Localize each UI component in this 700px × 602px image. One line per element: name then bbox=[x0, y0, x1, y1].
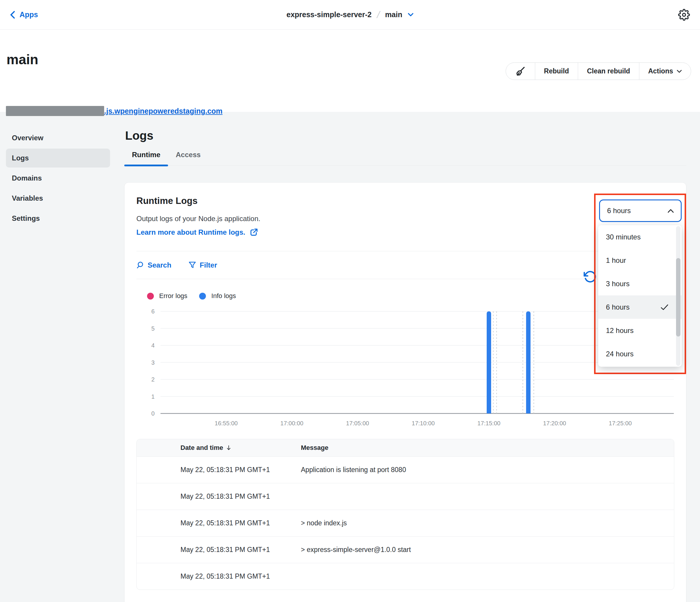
time-range-option[interactable]: 6 hours bbox=[598, 295, 682, 319]
svg-text:17:25:00: 17:25:00 bbox=[609, 420, 632, 427]
log-table: Date and time Message May 22, 05:18:31 P… bbox=[137, 439, 674, 589]
svg-text:6: 6 bbox=[151, 308, 154, 315]
actions-label: Actions bbox=[648, 67, 673, 75]
log-datetime: May 22, 05:18:31 PM GMT+1 bbox=[137, 510, 301, 536]
sidebar-item-logs[interactable]: Logs bbox=[6, 149, 110, 168]
time-range-select[interactable]: 6 hours bbox=[599, 199, 682, 222]
svg-text:4: 4 bbox=[151, 342, 154, 348]
datetime-header-label: Date and time bbox=[180, 444, 223, 451]
menu-scrollbar-thumb[interactable] bbox=[676, 258, 680, 337]
check-icon bbox=[660, 304, 669, 311]
table-row[interactable]: May 22, 05:18:31 PM GMT+1> node index.js bbox=[137, 510, 674, 536]
tab-runtime[interactable]: Runtime bbox=[124, 151, 168, 165]
sidebar-nav: OverviewLogsDomainsVariablesSettings bbox=[0, 112, 124, 229]
page-body: OverviewLogsDomainsVariablesSettings Log… bbox=[0, 112, 700, 602]
log-message: > node index.js bbox=[301, 510, 674, 536]
svg-text:0: 0 bbox=[151, 410, 154, 417]
option-label: 12 hours bbox=[606, 327, 633, 335]
table-row[interactable]: May 22, 05:18:31 PM GMT+1 bbox=[137, 563, 674, 589]
time-range-option[interactable]: 30 minutes bbox=[598, 225, 682, 249]
legend-dot-icon bbox=[199, 293, 206, 299]
svg-text:17:10:00: 17:10:00 bbox=[412, 420, 435, 427]
clean-rebuild-label: Clean rebuild bbox=[587, 67, 630, 75]
time-range-option[interactable]: 3 hours bbox=[598, 272, 682, 295]
table-row[interactable]: May 22, 05:18:31 PM GMT+1 bbox=[137, 483, 674, 510]
runtime-logs-title: Runtime Logs bbox=[136, 196, 674, 206]
learn-more-row: Learn more about Runtime logs. bbox=[136, 227, 674, 237]
filter-icon bbox=[189, 261, 196, 269]
external-link-icon[interactable] bbox=[249, 227, 258, 237]
rebuild-button[interactable]: Rebuild bbox=[535, 63, 578, 80]
environment-url-link[interactable]: .js.wpenginepoweredstaging.com bbox=[104, 107, 223, 115]
page-title: main bbox=[6, 51, 38, 68]
table-row[interactable]: May 22, 05:18:31 PM GMT+1Application is … bbox=[137, 456, 674, 483]
legend-dot-icon bbox=[147, 293, 154, 299]
sidebar-item-settings[interactable]: Settings bbox=[6, 209, 110, 228]
svg-text:3: 3 bbox=[151, 359, 154, 366]
time-range-option[interactable]: 24 hours bbox=[598, 342, 682, 365]
clean-rebuild-button[interactable]: Clean rebuild bbox=[578, 63, 639, 80]
legend-label: Info logs bbox=[211, 292, 236, 300]
legend-item: Error logs bbox=[147, 292, 187, 300]
sidebar-item-overview[interactable]: Overview bbox=[6, 128, 110, 147]
svg-text:2: 2 bbox=[151, 376, 154, 383]
sidebar-item-variables[interactable]: Variables bbox=[6, 189, 110, 208]
log-message: Application is listening at port 8080 bbox=[301, 456, 674, 483]
option-label: 3 hours bbox=[606, 280, 630, 288]
environment-header: main .js.wpenginepoweredstaging.com Rebu… bbox=[0, 30, 700, 112]
svg-text:17:20:00: 17:20:00 bbox=[543, 420, 566, 427]
column-header-datetime[interactable]: Date and time bbox=[137, 439, 301, 456]
log-message: > express-simple-server@1.0.0 start bbox=[301, 536, 674, 563]
back-label: Apps bbox=[20, 10, 38, 19]
actions-button[interactable]: Actions bbox=[639, 63, 691, 80]
column-header-message[interactable]: Message bbox=[301, 439, 674, 456]
log-datetime: May 22, 05:18:31 PM GMT+1 bbox=[137, 483, 301, 510]
logs-page-title: Logs bbox=[125, 129, 686, 142]
svg-text:17:05:00: 17:05:00 bbox=[346, 420, 369, 427]
actions-caret-icon bbox=[677, 70, 682, 73]
menu-scrollbar[interactable] bbox=[676, 226, 680, 366]
back-to-apps-link[interactable]: Apps bbox=[10, 10, 38, 19]
sidebar-item-domains[interactable]: Domains bbox=[6, 169, 110, 188]
chevron-up-icon bbox=[667, 209, 674, 213]
top-nav: Apps express-simple-server-2 / main bbox=[0, 0, 700, 30]
filter-label: Filter bbox=[200, 261, 217, 269]
legend-item: Info logs bbox=[199, 292, 236, 300]
breadcrumb-environment[interactable]: main bbox=[385, 10, 402, 19]
broom-icon bbox=[515, 66, 526, 77]
broom-button[interactable] bbox=[506, 63, 535, 80]
environment-url-row: .js.wpenginepoweredstaging.com bbox=[6, 106, 223, 116]
log-message bbox=[301, 563, 674, 589]
refresh-button[interactable] bbox=[583, 270, 597, 284]
learn-more-link[interactable]: Learn more about Runtime logs. bbox=[136, 228, 245, 237]
table-row[interactable]: May 22, 05:18:31 PM GMT+1> express-simpl… bbox=[137, 536, 674, 563]
log-message bbox=[301, 483, 674, 510]
back-chevron-icon bbox=[10, 11, 16, 19]
rebuild-label: Rebuild bbox=[544, 67, 569, 75]
table-header-row: Date and time Message bbox=[137, 439, 674, 456]
app-root: Apps express-simple-server-2 / main main… bbox=[0, 0, 700, 602]
chart-legend: Error logsInfo logs bbox=[136, 292, 674, 300]
log-datetime: May 22, 05:18:31 PM GMT+1 bbox=[137, 563, 301, 589]
log-datetime: May 22, 05:18:31 PM GMT+1 bbox=[137, 456, 301, 483]
breadcrumb-app-name[interactable]: express-simple-server-2 bbox=[286, 10, 372, 19]
breadcrumb: express-simple-server-2 / main bbox=[0, 9, 700, 20]
environment-caret-icon[interactable] bbox=[408, 13, 414, 17]
search-button[interactable]: Search bbox=[136, 261, 171, 269]
gear-icon bbox=[678, 9, 690, 21]
environment-actions-group: Rebuild Clean rebuild Actions bbox=[506, 63, 691, 80]
settings-gear-button[interactable] bbox=[678, 9, 690, 21]
time-range-option[interactable]: 1 hour bbox=[598, 249, 682, 272]
runtime-logs-description: Output logs of your Node.js application. bbox=[136, 215, 674, 223]
svg-text:17:00:00: 17:00:00 bbox=[280, 420, 304, 427]
refresh-icon bbox=[583, 270, 597, 284]
search-icon bbox=[136, 261, 144, 269]
tab-access[interactable]: Access bbox=[168, 151, 208, 165]
filter-button[interactable]: Filter bbox=[189, 261, 217, 269]
time-range-option[interactable]: 12 hours bbox=[598, 319, 682, 342]
svg-text:5: 5 bbox=[151, 325, 154, 332]
svg-text:1: 1 bbox=[151, 393, 154, 400]
option-label: 1 hour bbox=[606, 256, 626, 265]
time-range-selected-value: 6 hours bbox=[607, 207, 631, 215]
option-label: 24 hours bbox=[606, 350, 633, 358]
